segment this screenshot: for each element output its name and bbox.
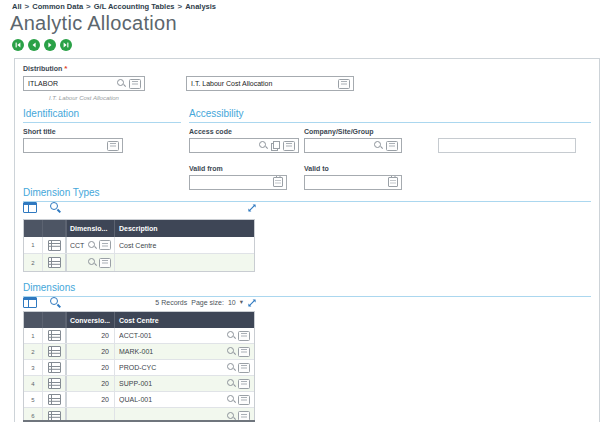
valid-to-input[interactable] [308, 179, 385, 186]
dimension-types-header-row: Dimensio... Description [24, 220, 254, 237]
row-form-icon [48, 346, 61, 357]
conversion-cell[interactable]: 20 [67, 376, 115, 391]
valid-from-label: Valid from [189, 165, 223, 172]
selection-icon[interactable] [99, 258, 111, 268]
conversion-cell[interactable]: 20 [67, 392, 115, 407]
table-row[interactable]: 2 [24, 254, 254, 271]
lookup-icon[interactable] [259, 141, 268, 150]
breadcrumb-separator: > [177, 2, 182, 11]
company-site-group-description-input[interactable] [442, 142, 572, 149]
breadcrumb-item-common-data[interactable]: Common Data [32, 2, 83, 11]
last-record-icon [62, 41, 70, 49]
expand-grid-icon[interactable] [247, 298, 257, 308]
cost-centre-column-header[interactable]: Cost Centre [115, 312, 254, 328]
lookup-icon[interactable] [227, 347, 236, 356]
conversion-column-header[interactable]: Conversio... [67, 312, 115, 328]
copy-icon[interactable] [271, 141, 280, 151]
grid-view-icon[interactable] [23, 202, 37, 213]
distribution-code-field[interactable] [23, 76, 145, 91]
company-site-group-input[interactable] [308, 142, 371, 149]
row-detail-button[interactable] [43, 360, 67, 375]
expand-grid-icon[interactable] [247, 203, 257, 213]
access-code-field[interactable] [189, 138, 299, 153]
table-row[interactable]: 5 20 QUAL-001 [24, 392, 254, 408]
table-row[interactable]: 1 CCT Cost Centre [24, 237, 254, 254]
lookup-icon[interactable] [88, 241, 97, 250]
table-row[interactable]: 2 20 MARK-001 [24, 344, 254, 360]
first-record-icon [14, 41, 22, 49]
row-detail-button[interactable] [43, 254, 67, 271]
table-row[interactable]: 3 20 PROD-CYC [24, 360, 254, 376]
conversion-cell[interactable]: 20 [67, 360, 115, 375]
next-record-button[interactable] [44, 39, 56, 51]
conversion-cell[interactable]: 20 [67, 328, 115, 343]
breadcrumb-item-gl-accounting-tables[interactable]: G/L Accounting Tables [94, 2, 175, 11]
short-title-input[interactable] [27, 142, 104, 149]
lookup-icon[interactable] [117, 79, 126, 88]
distribution-label: Distribution* [23, 64, 67, 73]
dimension-cell[interactable] [67, 254, 115, 271]
row-number-header [24, 220, 43, 237]
lookup-icon[interactable] [374, 141, 383, 150]
distribution-description-input[interactable] [190, 80, 335, 87]
cost-centre-cell[interactable]: PROD-CYC [115, 360, 254, 375]
table-row[interactable]: 4 20 SUPP-001 [24, 376, 254, 392]
cost-centre-cell[interactable]: ACCT-001 [115, 328, 254, 343]
previous-record-button[interactable] [28, 39, 40, 51]
selection-icon[interactable] [99, 240, 111, 250]
table-row[interactable]: 1 20 ACCT-001 [24, 328, 254, 344]
row-detail-button[interactable] [43, 344, 67, 359]
distribution-description-field[interactable] [186, 76, 354, 91]
cost-centre-cell[interactable]: MARK-001 [115, 344, 254, 359]
row-detail-button[interactable] [43, 237, 67, 253]
row-detail-button[interactable] [43, 392, 67, 407]
first-record-button[interactable] [12, 39, 24, 51]
selection-icon[interactable] [238, 379, 250, 389]
lookup-icon[interactable] [227, 363, 236, 372]
breadcrumb-item-analysis[interactable]: Analysis [185, 2, 216, 11]
company-site-group-description-field[interactable] [438, 138, 576, 153]
previous-record-icon [30, 41, 38, 49]
conversion-cell[interactable]: 20 [67, 344, 115, 359]
distribution-helper-text: I.T. Labour Cost Allocation [23, 95, 145, 101]
selection-icon[interactable] [238, 331, 250, 341]
short-title-field[interactable] [23, 138, 123, 153]
cost-centre-cell[interactable]: QUAL-001 [115, 392, 254, 407]
valid-from-input[interactable] [193, 179, 270, 186]
dimension-cell[interactable]: CCT [67, 237, 115, 253]
selection-icon[interactable] [338, 79, 350, 89]
cost-centre-cell[interactable]: SUPP-001 [115, 376, 254, 391]
selection-icon[interactable] [238, 363, 250, 373]
row-detail-button[interactable] [43, 328, 67, 343]
row-form-icon [48, 240, 61, 251]
required-marker: * [64, 64, 67, 73]
lookup-icon[interactable] [227, 331, 236, 340]
selection-icon[interactable] [238, 347, 250, 357]
breadcrumb-item-all[interactable]: All [12, 2, 22, 11]
row-form-icon [48, 330, 61, 341]
grid-search-icon[interactable] [50, 202, 62, 214]
selection-icon[interactable] [238, 395, 250, 405]
chevron-down-icon[interactable]: ▾ [240, 299, 243, 306]
selection-icon[interactable] [283, 141, 295, 151]
row-number: 1 [24, 328, 43, 343]
calendar-icon[interactable] [273, 177, 283, 187]
selection-icon[interactable] [386, 141, 398, 151]
selection-icon[interactable] [129, 79, 141, 89]
last-record-button[interactable] [60, 39, 72, 51]
access-code-input[interactable] [193, 142, 256, 149]
row-number-header [24, 312, 43, 328]
selection-icon[interactable] [107, 141, 119, 151]
grid-search-icon[interactable] [50, 297, 62, 309]
description-column-header[interactable]: Description [115, 220, 254, 237]
calendar-icon[interactable] [388, 177, 398, 187]
distribution-code-input[interactable] [27, 80, 114, 87]
lookup-icon[interactable] [227, 379, 236, 388]
lookup-icon[interactable] [88, 258, 97, 267]
grid-view-icon[interactable] [23, 297, 37, 308]
page-size-value[interactable]: 10 [228, 299, 236, 306]
row-detail-button[interactable] [43, 376, 67, 391]
dimension-column-header[interactable]: Dimensio... [67, 220, 115, 237]
company-site-group-field[interactable] [304, 138, 402, 153]
lookup-icon[interactable] [227, 395, 236, 404]
